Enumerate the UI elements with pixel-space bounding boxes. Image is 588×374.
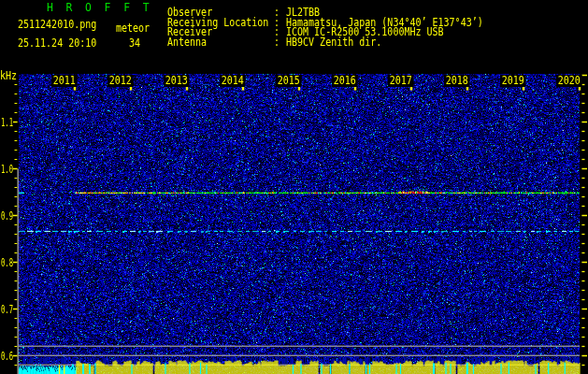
time-tick-label-2016: 2016	[332, 75, 357, 87]
mode-label: meteor	[116, 22, 150, 34]
time-tick-label-2014: 2014	[220, 75, 245, 87]
info-colon: :	[274, 36, 280, 48]
time-tick-label-2018: 2018	[444, 75, 469, 87]
y-axis-unit: kHz	[0, 70, 17, 81]
freq-tick-label-0.6: 0.6	[1, 351, 13, 362]
hrofft-screenshot: H R O F F T 2511242010.png meteor 25.11.…	[0, 0, 588, 374]
app-title: H R O F F T	[47, 2, 150, 14]
time-tick-label-2019: 2019	[500, 75, 525, 87]
spectrogram-canvas	[0, 0, 588, 374]
time-tick-label-2017: 2017	[388, 75, 413, 87]
time-tick-label-2011: 2011	[51, 75, 77, 87]
time-tick-label-2015: 2015	[276, 75, 301, 87]
freq-tick-label-0.9: 0.9	[1, 210, 13, 222]
freq-tick-label-1.1: 1.1	[1, 117, 13, 128]
info-value-antenna: HB9CV Zenith dir.	[286, 36, 381, 48]
freq-tick-label-1.0: 1.0	[1, 164, 13, 175]
time-tick-label-2020: 2020	[556, 75, 581, 87]
datetime-label: 25.11.24 20:10	[18, 37, 96, 49]
time-tick-label-2012: 2012	[108, 75, 133, 87]
freq-tick-label-0.7: 0.7	[1, 304, 13, 315]
echo-count: 34	[129, 37, 140, 49]
time-tick-label-2013: 2013	[164, 75, 189, 87]
info-label-antenna: Antenna	[167, 36, 207, 48]
freq-tick-label-0.8: 0.8	[1, 257, 13, 268]
filename-label: 2511242010.png	[18, 19, 96, 30]
